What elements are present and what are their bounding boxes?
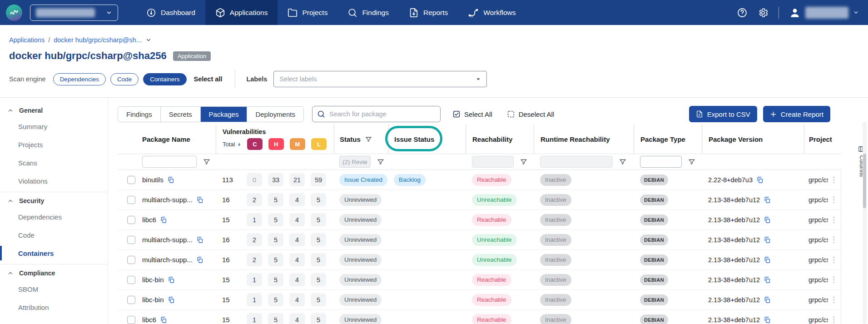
package-name-filter-input[interactable] — [142, 156, 197, 168]
row-checkbox-cell — [118, 256, 139, 264]
nav-projects[interactable]: Projects — [278, 0, 337, 25]
severity-count-h: 33 — [268, 173, 283, 186]
settings-gear-icon[interactable] — [758, 7, 769, 18]
row-kebab-menu-icon[interactable]: ⋮ — [828, 295, 839, 304]
issue-status-badge[interactable]: Backlog — [394, 174, 426, 186]
sidebar-item-dependencies[interactable]: Dependencies — [0, 208, 108, 226]
severity-chip-c[interactable]: C — [247, 138, 263, 150]
sidebar-group-security[interactable]: Security — [0, 194, 108, 208]
nav-workflows[interactable]: Workflows — [458, 0, 526, 25]
sidebar-group-compliance[interactable]: Compliance — [0, 266, 108, 280]
export-to-csv-button[interactable]: Export to CSV — [689, 106, 757, 122]
user-menu[interactable] — [789, 7, 859, 19]
scan-row-divider — [235, 70, 235, 88]
row-kebab-menu-icon[interactable]: ⋮ — [828, 215, 839, 224]
row-kebab-menu-icon[interactable]: ⋮ — [828, 315, 839, 324]
column-header-vulnerabilities: Vulnerabilities Total CHML — [216, 125, 334, 154]
row-checkbox[interactable] — [127, 196, 135, 204]
copy-icon[interactable] — [196, 256, 203, 264]
status-badge[interactable]: Issue Created — [339, 174, 387, 186]
row-checkbox[interactable] — [127, 236, 135, 244]
row-kebab-menu-icon[interactable]: ⋮ — [828, 275, 839, 284]
sort-by-total[interactable]: Total — [223, 141, 247, 148]
severity-chip-m[interactable]: M — [290, 138, 305, 150]
copy-icon[interactable] — [764, 216, 771, 224]
row-checkbox[interactable] — [127, 296, 135, 304]
breadcrumb-current[interactable]: docker hub/grpc/csharp@sh... — [54, 36, 142, 44]
copy-icon[interactable] — [764, 276, 771, 284]
row-kebab-menu-icon[interactable]: ⋮ — [828, 255, 839, 264]
nav-dashboard[interactable]: Dashboard — [136, 0, 205, 25]
package-type-funnel-icon[interactable] — [688, 158, 695, 165]
sidebar-item-sbom[interactable]: SBOM — [0, 280, 108, 298]
runtime-reachability-funnel-icon[interactable] — [619, 158, 626, 165]
search-input[interactable] — [329, 110, 429, 118]
scan-engine-pill-code[interactable]: Code — [110, 73, 139, 85]
table-row: multiarch-supp...162545UnreviewedUnreach… — [118, 190, 841, 210]
labels-select[interactable]: Select labels — [273, 71, 487, 87]
severity-chip-wrap: M — [290, 138, 305, 150]
copy-icon[interactable] — [764, 316, 771, 324]
tab-findings[interactable]: Findings — [118, 107, 160, 122]
scrollbar-thumb[interactable] — [863, 154, 866, 208]
scan-engine-pill-containers[interactable]: Containers — [143, 73, 186, 85]
copy-icon[interactable] — [160, 316, 167, 324]
scan-engine-select-all[interactable]: Select all — [194, 75, 223, 83]
row-checkbox[interactable] — [127, 276, 135, 284]
package-name: multiarch-supp... — [142, 236, 193, 244]
copy-icon[interactable] — [160, 216, 167, 224]
copy-icon[interactable] — [764, 296, 771, 304]
package-name-funnel-icon[interactable] — [203, 158, 210, 165]
row-checkbox[interactable] — [127, 256, 135, 264]
row-checkbox[interactable] — [127, 316, 135, 324]
severity-chip-h[interactable]: H — [268, 138, 284, 150]
create-report-button[interactable]: Create Report — [763, 106, 830, 122]
sidebar-item-projects[interactable]: Projects — [0, 135, 108, 154]
sidebar-item-attribution[interactable]: Attribution — [0, 298, 108, 316]
nav-findings[interactable]: Findings — [337, 0, 399, 25]
runtime-reachability-filter-input[interactable] — [540, 156, 613, 168]
copy-icon[interactable] — [196, 236, 203, 244]
sidebar-item-violations[interactable]: Violations — [0, 172, 108, 190]
sidebar-group-general[interactable]: General — [0, 104, 108, 117]
tab-deployments[interactable]: Deployments — [247, 107, 303, 122]
tab-packages[interactable]: Packages — [200, 107, 247, 122]
select-all-button[interactable]: Select All — [452, 110, 492, 118]
help-icon[interactable] — [737, 7, 748, 18]
package-type-filter-input[interactable] — [640, 156, 682, 168]
sidebar-item-code[interactable]: Code — [0, 226, 108, 244]
breadcrumb-applications[interactable]: Applications — [9, 36, 45, 44]
nav-reports[interactable]: Reports — [399, 0, 458, 25]
sidebar-item-containers[interactable]: Containers — [0, 244, 108, 262]
deselect-all-button[interactable]: Deselect All — [507, 110, 554, 118]
severity-chip-l[interactable]: L — [311, 138, 327, 150]
row-checkbox[interactable] — [127, 216, 135, 224]
row-kebab-menu-icon[interactable]: ⋮ — [828, 195, 839, 204]
reachability-filter-input[interactable] — [472, 156, 514, 168]
row-checkbox[interactable] — [127, 176, 135, 184]
package-name-cell: multiarch-supp... — [139, 236, 216, 244]
copy-icon[interactable] — [764, 256, 771, 264]
tab-secrets[interactable]: Secrets — [160, 107, 200, 122]
copy-icon[interactable] — [168, 296, 175, 304]
copy-icon[interactable] — [764, 236, 771, 244]
copy-icon[interactable] — [167, 176, 174, 184]
copy-icon[interactable] — [764, 196, 771, 204]
sidebar-item-scans[interactable]: Scans — [0, 154, 108, 172]
status-filter-funnel-icon[interactable] — [365, 136, 372, 143]
nav-applications[interactable]: Applications — [205, 0, 278, 25]
copy-icon[interactable] — [168, 276, 175, 284]
reachability-funnel-icon[interactable] — [520, 158, 527, 165]
status-filter-value[interactable]: (2) Revie — [339, 156, 371, 168]
package-version: 2.13-38+deb7u12 — [708, 316, 760, 324]
copy-icon[interactable] — [756, 176, 764, 184]
organization-select[interactable] — [30, 5, 118, 21]
row-kebab-menu-icon[interactable]: ⋮ — [828, 175, 839, 184]
row-kebab-menu-icon[interactable]: ⋮ — [828, 235, 839, 244]
scan-engine-pill-dependencies[interactable]: Dependencies — [53, 73, 106, 85]
sidebar-item-summary[interactable]: Summary — [0, 117, 108, 135]
status-funnel-icon[interactable] — [377, 158, 384, 165]
copy-icon[interactable] — [196, 196, 203, 204]
vertical-scrollbar[interactable] — [863, 122, 867, 324]
chevron-down-icon[interactable] — [145, 37, 152, 43]
